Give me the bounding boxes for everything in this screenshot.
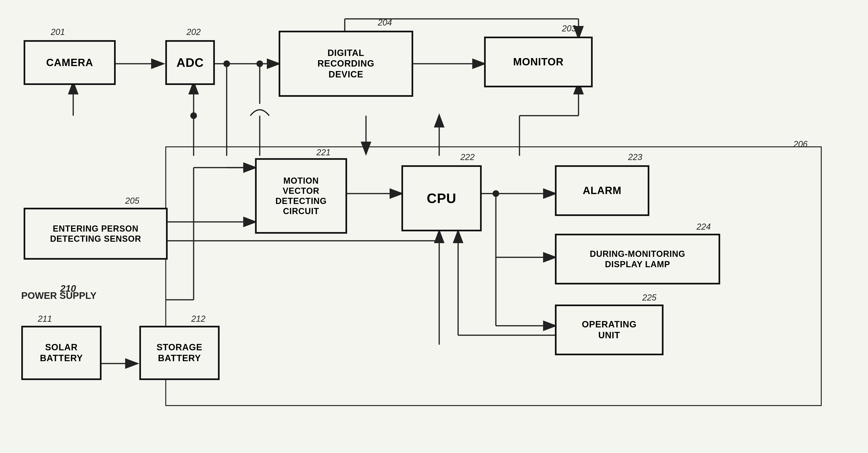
storage-battery-ref: 212 [191,314,206,324]
camera-ref: 201 [51,27,65,37]
motion-vector-ref: 221 [316,148,331,157]
adc-ref: 202 [187,27,201,37]
solar-battery-ref: 211 [38,314,52,324]
svg-point-13 [190,112,197,119]
motion-vector-block: MOTION VECTOR DETECTING CIRCUIT [255,158,347,234]
system-group-ref: 206 [794,139,808,149]
monitor-ref: 203 [562,24,576,34]
alarm-ref: 223 [628,152,642,162]
camera-block: CAMERA [24,40,116,85]
cpu-ref: 222 [460,152,475,162]
entering-person-ref: 205 [125,196,139,206]
monitor-block: MONITOR [484,37,593,87]
entering-person-block: ENTERING PERSON DETECTING SENSOR [24,208,168,260]
digital-recording-block: DIGITAL RECORDING DEVICE [279,31,413,97]
during-monitoring-block: DURING-MONITORING DISPLAY LAMP [555,234,720,285]
operating-unit-block: OPERATING UNIT [555,304,663,355]
cpu-block: CPU [401,165,482,231]
power-supply-label: POWER SUPPLY [21,290,97,301]
operating-unit-ref: 225 [642,293,656,303]
digital-recording-ref: 204 [378,18,392,28]
svg-point-5 [256,60,263,67]
adc-block: ADC [165,40,215,85]
diagram-container: CAMERA 201 ADC 202 DIGITAL RECORDING DEV… [0,0,868,453]
during-monitoring-ref: 224 [696,222,711,232]
svg-point-4 [223,60,230,67]
storage-battery-block: STORAGE BATTERY [139,326,220,380]
solar-battery-block: SOLAR BATTERY [21,326,101,380]
alarm-block: ALARM [555,165,649,216]
